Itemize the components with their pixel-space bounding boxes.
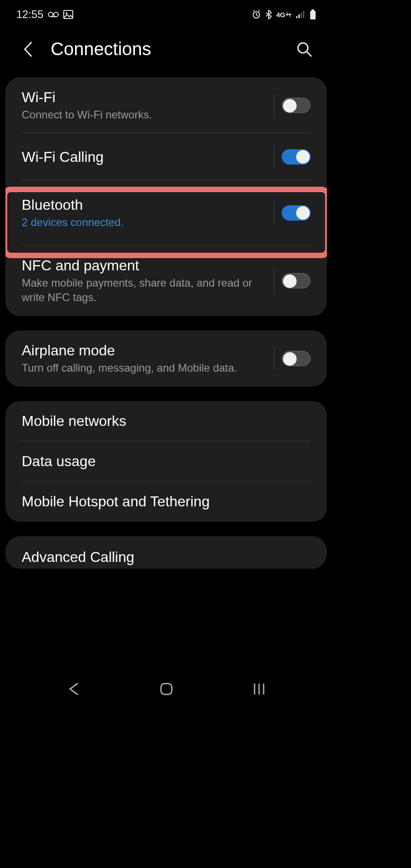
nfc-title: NFC and payment	[22, 257, 270, 274]
nav-back-button[interactable]	[60, 680, 87, 698]
toggle-knob	[283, 99, 297, 113]
advanced-calling-content: Advanced Calling	[22, 549, 311, 566]
toggle-knob	[283, 274, 297, 288]
svg-line-9	[258, 10, 260, 11]
airplane-subtitle: Turn off calling, messaging, and Mobile …	[22, 361, 270, 375]
svg-point-1	[54, 12, 58, 17]
status-left: 12:55	[16, 8, 73, 21]
nav-home-button[interactable]	[153, 680, 180, 698]
hotspot-row[interactable]: Mobile Hotspot and Tethering	[5, 481, 327, 522]
chevron-left-icon	[24, 42, 33, 57]
connections-group-2: Airplane mode Turn off calling, messagin…	[5, 330, 327, 387]
alarm-icon	[252, 10, 261, 19]
svg-rect-10	[296, 16, 298, 18]
wifi-calling-toggle[interactable]	[282, 149, 311, 165]
svg-rect-15	[310, 11, 316, 19]
navigation-bar	[0, 675, 332, 703]
svg-line-17	[307, 52, 311, 56]
signal-icon	[296, 11, 305, 18]
network-4g-icon: 4G	[276, 11, 292, 19]
status-right: 4G	[252, 9, 316, 19]
wifi-calling-content: Wi-Fi Calling	[22, 149, 270, 165]
nav-recents-button[interactable]	[246, 680, 273, 698]
status-bar: 12:55 4G	[0, 0, 332, 25]
back-button[interactable]	[18, 39, 38, 59]
advanced-calling-title: Advanced Calling	[22, 549, 311, 566]
divider	[274, 269, 274, 292]
wifi-content: Wi-Fi Connect to Wi-Fi networks.	[22, 89, 270, 122]
nfc-toggle[interactable]	[282, 273, 311, 288]
airplane-content: Airplane mode Turn off calling, messagin…	[22, 342, 270, 375]
mobile-networks-title: Mobile networks	[22, 413, 311, 429]
svg-rect-11	[298, 14, 300, 18]
svg-line-7	[256, 15, 258, 16]
svg-rect-13	[303, 11, 304, 18]
home-icon	[160, 682, 173, 696]
bluetooth-subtitle: 2 devices connected.	[22, 215, 270, 229]
wifi-subtitle: Connect to Wi-Fi networks.	[22, 108, 270, 122]
mobile-networks-row[interactable]: Mobile networks	[5, 401, 327, 441]
nfc-content: NFC and payment Make mobile payments, sh…	[22, 257, 270, 304]
header: Connections	[0, 25, 332, 77]
page-title: Connections	[51, 39, 282, 59]
divider	[274, 347, 274, 370]
connections-group-1: Wi-Fi Connect to Wi-Fi networks. Wi-Fi C…	[5, 77, 327, 316]
svg-rect-3	[64, 10, 73, 19]
toggle-knob	[296, 206, 310, 220]
data-usage-title: Data usage	[22, 453, 311, 470]
data-usage-row[interactable]: Data usage	[5, 441, 327, 481]
chevron-left-icon	[68, 683, 79, 695]
search-icon	[297, 42, 312, 57]
data-usage-content: Data usage	[22, 453, 311, 470]
recents-icon	[253, 683, 265, 695]
svg-line-8	[253, 10, 255, 11]
connections-group-3: Mobile networks Data usage Mobile Hotspo…	[5, 401, 327, 522]
mobile-networks-content: Mobile networks	[22, 413, 311, 429]
advanced-calling-row[interactable]: Advanced Calling	[5, 536, 327, 569]
nfc-subtitle: Make mobile payments, share data, and re…	[22, 276, 270, 304]
divider	[274, 201, 274, 225]
svg-point-4	[66, 12, 67, 14]
bluetooth-row[interactable]: Bluetooth 2 devices connected.	[5, 180, 327, 245]
wifi-toggle[interactable]	[282, 98, 311, 113]
hotspot-content: Mobile Hotspot and Tethering	[22, 493, 311, 510]
svg-point-0	[48, 12, 53, 17]
svg-rect-12	[301, 13, 302, 18]
airplane-row[interactable]: Airplane mode Turn off calling, messagin…	[5, 330, 327, 387]
airplane-toggle[interactable]	[282, 351, 311, 366]
divider	[274, 145, 274, 169]
toggle-knob	[283, 352, 297, 366]
bluetooth-toggle[interactable]	[282, 205, 311, 221]
search-button[interactable]	[294, 39, 314, 59]
voicemail-icon	[48, 12, 59, 17]
wifi-title: Wi-Fi	[22, 89, 270, 106]
svg-point-16	[298, 43, 308, 53]
wifi-row[interactable]: Wi-Fi Connect to Wi-Fi networks.	[5, 77, 327, 133]
toggle-knob	[296, 150, 310, 164]
settings-content: Wi-Fi Connect to Wi-Fi networks. Wi-Fi C…	[0, 77, 332, 569]
svg-rect-14	[312, 9, 314, 11]
nfc-row[interactable]: NFC and payment Make mobile payments, sh…	[5, 245, 327, 316]
airplane-title: Airplane mode	[22, 342, 270, 359]
bluetooth-content: Bluetooth 2 devices connected.	[22, 197, 270, 229]
hotspot-title: Mobile Hotspot and Tethering	[22, 493, 311, 510]
bluetooth-status-icon	[265, 9, 272, 19]
image-icon	[63, 10, 73, 19]
battery-icon	[310, 9, 316, 19]
connections-group-4: Advanced Calling	[5, 536, 327, 569]
wifi-calling-title: Wi-Fi Calling	[22, 149, 270, 165]
status-time: 12:55	[16, 8, 43, 21]
wifi-calling-row[interactable]: Wi-Fi Calling	[5, 133, 327, 180]
svg-rect-18	[161, 684, 172, 694]
divider	[274, 94, 274, 117]
bluetooth-title: Bluetooth	[22, 197, 270, 213]
